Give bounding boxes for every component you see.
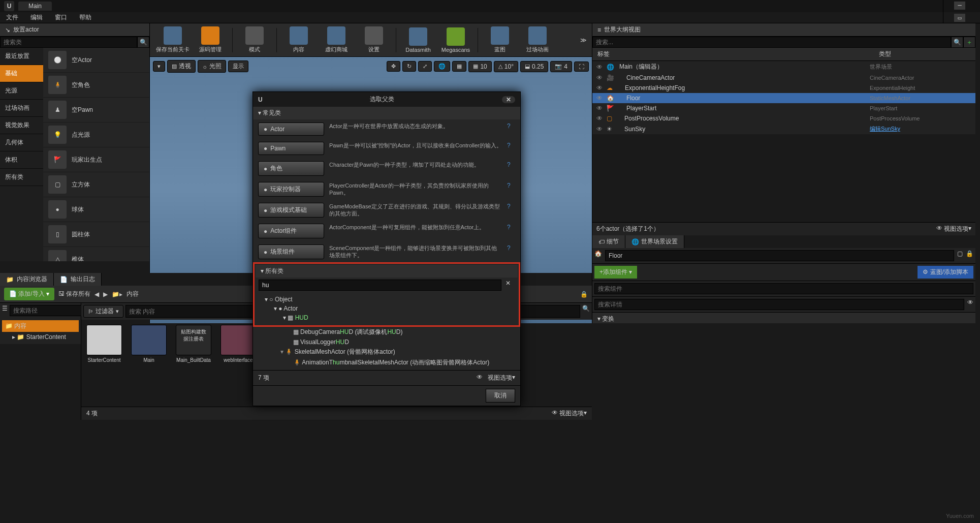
tree-node[interactable]: ▾ 🧍 SkeletalMeshActor (骨骼网格体actor) bbox=[256, 347, 517, 357]
browse-icon[interactable]: ▢ bbox=[957, 250, 963, 261]
angle-snap[interactable]: △ 10° bbox=[494, 61, 518, 72]
cat-volumes[interactable]: 体积 bbox=[0, 151, 43, 169]
detail-search[interactable] bbox=[594, 299, 964, 310]
world-settings-tab[interactable]: 🌐世界场景设置 bbox=[625, 235, 684, 248]
mode-button[interactable]: 模式 bbox=[237, 25, 272, 55]
cat-lights[interactable]: 光源 bbox=[0, 82, 43, 100]
tree-node[interactable]: 🧍 AnimationThumbnailSkeletalMeshActor (动… bbox=[256, 357, 517, 368]
place-actors-search[interactable] bbox=[0, 37, 137, 48]
content-item[interactable]: webInterface bbox=[220, 325, 256, 402]
nav-back-icon[interactable]: ◀ bbox=[94, 291, 99, 298]
transform-translate-icon[interactable]: ✥ bbox=[387, 61, 400, 72]
class-option[interactable]: ●Actor组件ActorComponent是一种可复用组件，能被附加到任意Ac… bbox=[253, 221, 520, 241]
lock-icon[interactable]: 🏠 bbox=[594, 250, 602, 261]
component-search[interactable] bbox=[594, 283, 973, 294]
view-options[interactable]: 视图选项 bbox=[488, 374, 512, 382]
class-option[interactable]: ●角色Character是Pawn的一种子类型，增加了可四处走动的功能。? bbox=[253, 158, 520, 179]
eye-icon[interactable]: 👁 bbox=[596, 115, 604, 122]
cat-cinematic[interactable]: 过场动画 bbox=[0, 100, 43, 117]
actor-item[interactable]: ♟空Pawn bbox=[43, 98, 149, 122]
tree-node-hud[interactable]: ▾ ▦ HUD bbox=[259, 313, 515, 322]
outliner-row[interactable]: 👁🌐Main（编辑器）世界场景 bbox=[592, 61, 975, 73]
output-log-tab[interactable]: 📄输出日志 bbox=[54, 273, 102, 286]
nav-fwd-icon[interactable]: ▶ bbox=[103, 291, 108, 298]
actor-item[interactable]: 🚩玩家出生点 bbox=[43, 147, 149, 172]
minimize-button[interactable]: ─ bbox=[954, 2, 965, 10]
cat-visual[interactable]: 视觉效果 bbox=[0, 117, 43, 134]
menu-window[interactable]: 窗口 bbox=[55, 13, 67, 22]
help-icon[interactable]: ? bbox=[507, 244, 515, 252]
eye-icon[interactable]: 👁 bbox=[596, 95, 604, 102]
actor-item[interactable]: ⚪空Actor bbox=[43, 48, 149, 73]
tree-node[interactable]: ▾ ● Actor bbox=[259, 304, 515, 313]
actor-item[interactable]: 💡点光源 bbox=[43, 122, 149, 147]
modal-close-button[interactable]: ✕ bbox=[502, 96, 515, 103]
megascans-button[interactable]: Megascans bbox=[438, 25, 473, 55]
eye-icon[interactable]: 👁 bbox=[596, 126, 604, 133]
help-icon[interactable]: ? bbox=[507, 161, 515, 168]
add-icon[interactable]: ＋ bbox=[963, 37, 975, 48]
common-classes-header[interactable]: ▾ 常见类 bbox=[253, 107, 520, 119]
menu-file[interactable]: 文件 bbox=[6, 13, 18, 22]
add-component-button[interactable]: +添加组件 ▾ bbox=[594, 266, 637, 279]
view-options[interactable]: 视图选项 bbox=[559, 409, 584, 418]
search-icon[interactable]: 🔍 bbox=[582, 305, 590, 318]
transform-section[interactable]: ▾ 变换 bbox=[592, 313, 975, 323]
content-item[interactable]: StarterContent bbox=[86, 325, 122, 402]
class-option[interactable]: ●场景组件SceneComponent是一种组件，能够进行场景变换并可被附加到其… bbox=[253, 241, 520, 262]
outliner-row[interactable]: 👁▢PostProcessVolumePostProcessVolume bbox=[592, 113, 975, 124]
actor-name-field[interactable] bbox=[605, 250, 954, 261]
save-button[interactable]: 保存当前关卡 bbox=[155, 25, 191, 55]
save-all-button[interactable]: 🖫 保存所有 bbox=[58, 290, 90, 298]
viewport-options[interactable]: ▾ bbox=[153, 61, 165, 72]
class-button[interactable]: ●角色 bbox=[258, 161, 324, 176]
class-search-input[interactable] bbox=[259, 280, 501, 291]
eye-icon[interactable]: 👁 bbox=[596, 74, 604, 81]
help-icon[interactable]: ? bbox=[507, 142, 515, 149]
tree-root[interactable]: 📁 内容 bbox=[2, 320, 79, 332]
class-button[interactable]: ●Pawn bbox=[258, 142, 324, 155]
cat-basic[interactable]: 基础 bbox=[0, 65, 43, 82]
outliner-search[interactable] bbox=[592, 37, 951, 48]
menu-edit[interactable]: 编辑 bbox=[30, 13, 43, 22]
cinematic-button[interactable]: 过场动画 bbox=[520, 25, 555, 55]
lock-toggle-icon[interactable]: 🔒 bbox=[966, 250, 973, 261]
class-button[interactable]: ●玩家控制器 bbox=[258, 182, 324, 197]
blueprint-script-button[interactable]: ⚙ 蓝图/添加脚本 bbox=[918, 266, 973, 279]
folder-icon[interactable]: 📁▸ bbox=[112, 291, 122, 298]
menu-help[interactable]: 帮助 bbox=[79, 13, 91, 22]
maximize-button[interactable]: ▭ bbox=[954, 14, 965, 22]
tree-node[interactable]: ▾ ○ Object bbox=[259, 295, 515, 304]
class-button[interactable]: ●场景组件 bbox=[258, 244, 324, 259]
actor-item[interactable]: ●球体 bbox=[43, 197, 149, 222]
view-options[interactable]: 视图选项 bbox=[944, 225, 968, 233]
actor-item[interactable]: △椎体 bbox=[43, 247, 149, 261]
surface-snap[interactable]: ▦ bbox=[452, 61, 466, 72]
cat-recent[interactable]: 最近放置 bbox=[0, 48, 43, 65]
settings-button[interactable]: 设置 bbox=[356, 25, 392, 55]
class-button[interactable]: ●Actor组件 bbox=[258, 224, 324, 238]
all-classes-header[interactable]: ▾ 所有类 bbox=[256, 265, 518, 278]
transform-scale-icon[interactable]: ⤢ bbox=[418, 61, 432, 72]
toolbar-overflow-icon[interactable]: ≫ bbox=[580, 37, 587, 44]
outliner-row[interactable]: 👁☀SunSky编辑SunSky bbox=[592, 124, 975, 134]
outliner-row[interactable]: 👁☁ExponentialHeightFogExponentialHeight bbox=[592, 83, 975, 93]
help-icon[interactable]: ? bbox=[507, 182, 515, 189]
tree-child[interactable]: ▸ 📁 StarterContent bbox=[2, 332, 79, 342]
viewport-lit[interactable]: ☼ 光照 bbox=[198, 60, 226, 73]
marketplace-button[interactable]: 虚幻商城 bbox=[319, 25, 354, 55]
datasmith-button[interactable]: Datasmith bbox=[400, 25, 436, 55]
blueprint-button[interactable]: 蓝图 bbox=[482, 25, 518, 55]
coord-space[interactable]: 🌐 bbox=[434, 61, 450, 72]
content-browser-tab[interactable]: 📁内容浏览器 bbox=[0, 273, 54, 286]
class-option[interactable]: ●游戏模式基础GameModeBase定义了正在进行的游戏、其规则、得分以及游戏… bbox=[253, 200, 520, 221]
cancel-button[interactable]: 取消 bbox=[486, 389, 515, 403]
content-button[interactable]: 内容 bbox=[281, 25, 317, 55]
filter-icon[interactable]: 👁 bbox=[967, 299, 973, 310]
viewport-show[interactable]: 显示 bbox=[228, 60, 248, 72]
tree-node[interactable]: ▦ DebugCameraHUD (调试摄像机HUD) bbox=[256, 327, 517, 337]
viewport-maximize-icon[interactable]: ⛶ bbox=[574, 61, 589, 72]
class-button[interactable]: ●游戏模式基础 bbox=[258, 203, 324, 218]
add-import-button[interactable]: 📄 添加/导入 ▾ bbox=[4, 288, 54, 300]
cat-all[interactable]: 所有类 bbox=[0, 169, 43, 186]
